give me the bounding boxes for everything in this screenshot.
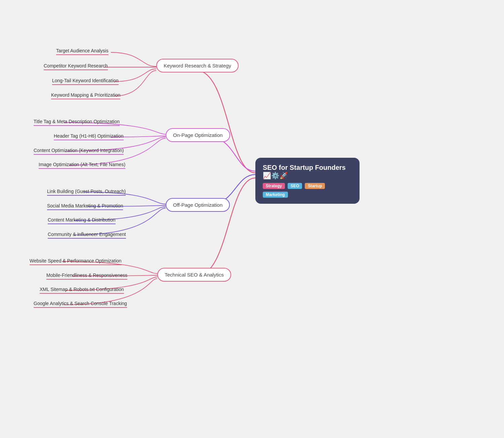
tag-seo: SEO [288,183,302,189]
branch-keyword: Keyword Research & Strategy [156,59,239,72]
branch-offpage-label: Off-Page Optimization [173,202,222,208]
leaf-onpage-4: Image Optimization (Alt Text, File Names… [39,162,125,169]
leaf-technical-4: Google Analytics & Search Console Tracki… [34,301,127,308]
leaf-offpage-4: Community & Influencer Engagement [48,232,126,239]
tag-strategy: Strategy [263,183,285,189]
leaf-keyword-1: Target Audience Analysis [56,48,109,55]
branch-onpage: On-Page Optimization [166,128,230,142]
branch-offpage: Off-Page Optimization [166,198,230,212]
leaf-offpage-2: Social Media Marketing & Promotion [47,203,123,210]
leaf-onpage-2: Header Tag (H1-H6) Optimization [54,133,124,140]
leaf-technical-1: Website Speed & Performance Optimization [30,258,122,265]
leaf-technical-2: Mobile-Friendliness & Responsiveness [46,273,127,280]
branch-technical-label: Technical SEO & Analytics [165,272,224,278]
leaf-keyword-3: Long-Tail Keyword Identification [52,78,119,85]
tag-startup: Startup [305,183,325,189]
tag-marketing: Marketing [263,192,288,198]
branch-technical: Technical SEO & Analytics [157,268,231,282]
leaf-offpage-3: Content Marketing & Distribution [48,217,116,224]
leaf-onpage-3: Content Optimization (Keyword Integratio… [34,148,124,155]
central-node-title: SEO for Startup Founders 📈⚙️🚀 [263,164,352,180]
leaf-offpage-1: Link Building (Guest Posts, Outreach) [47,189,126,196]
leaf-technical-3: XML Sitemap & Robots.txt Configuration [40,287,124,294]
leaf-onpage-1: Title Tag & Meta Description Optimizatio… [34,119,120,126]
branch-onpage-label: On-Page Optimization [173,132,223,138]
central-node: SEO for Startup Founders 📈⚙️🚀 Strategy S… [255,158,360,204]
branch-keyword-label: Keyword Research & Strategy [164,63,231,68]
leaf-keyword-2: Competitor Keyword Research [44,63,108,70]
central-node-tags: Strategy SEO Startup Marketing [263,183,352,198]
leaf-keyword-4: Keyword Mapping & Prioritization [51,92,120,99]
mindmap-container: SEO for Startup Founders 📈⚙️🚀 Strategy S… [0,0,504,438]
